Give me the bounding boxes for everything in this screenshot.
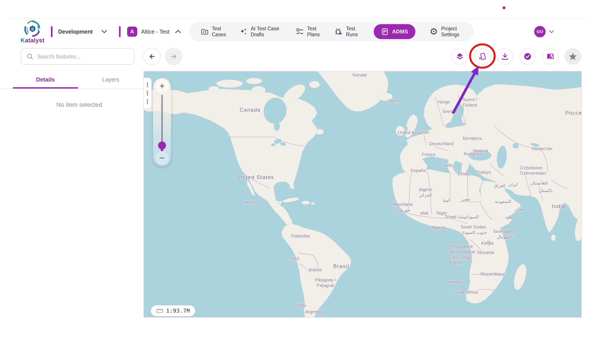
search-input[interactable] xyxy=(37,53,129,60)
download-icon xyxy=(501,52,509,60)
nav-item-test-runs[interactable]: Test Runs xyxy=(335,26,360,38)
gear-icon: ⚙ xyxy=(429,27,438,36)
map-canvas[interactable]: NunaatIslandCanadaNorgeSverigeSuomi / Fi… xyxy=(143,71,582,318)
ruler-icon xyxy=(156,308,163,313)
chevron-down-icon xyxy=(101,29,108,34)
annotation-dot xyxy=(503,6,505,9)
nav-item-adms[interactable]: ADMS xyxy=(374,24,416,39)
bug-play-icon xyxy=(335,28,343,35)
folder-code-icon xyxy=(201,28,209,35)
back-button[interactable] xyxy=(143,48,161,65)
panel-tabs: Details Layers xyxy=(0,71,143,88)
checklist-icon xyxy=(296,28,304,35)
arrow-right-icon xyxy=(170,52,178,60)
layers-button[interactable] xyxy=(452,48,468,64)
database-icon xyxy=(381,28,389,35)
nav-item-project-settings[interactable]: ⚙ Project Settings xyxy=(429,26,462,38)
zoom-in-button[interactable]: + xyxy=(155,79,169,93)
project-accent-bar xyxy=(119,26,120,37)
map-scale-indicator: 1:93.7M xyxy=(151,305,195,316)
validate-button[interactable] xyxy=(519,48,536,64)
env-accent-bar xyxy=(51,26,52,37)
user-avatar: GO xyxy=(534,26,545,37)
zoom-slider-thumb[interactable] xyxy=(158,142,166,149)
nav-item-ai-test-case-drafts[interactable]: AI Test Case Drafts xyxy=(240,26,282,38)
empty-state-text: No item selected xyxy=(0,101,146,108)
katalyst-logo-icon xyxy=(23,20,42,38)
app-header: Katalyst Development A Altice - Test Tes… xyxy=(0,19,595,44)
environment-label: Development xyxy=(58,29,93,35)
download-button[interactable] xyxy=(497,48,513,64)
search-box xyxy=(21,48,135,65)
panel-drag-handle[interactable] xyxy=(143,78,152,109)
details-panel: Details Layers No item selected xyxy=(0,71,143,108)
device-rotation-button[interactable] xyxy=(474,48,490,64)
sparkles-icon xyxy=(240,28,248,35)
zoom-control: + − xyxy=(153,78,171,166)
arrow-left-icon xyxy=(148,52,156,60)
map-book-icon xyxy=(546,52,554,60)
map-scale-value: 1:93.7M xyxy=(166,308,190,314)
katalyst-logo[interactable]: Katalyst xyxy=(20,20,45,44)
star-icon xyxy=(569,52,577,61)
brand-name: Katalyst xyxy=(21,37,44,44)
tab-details[interactable]: Details xyxy=(13,71,78,88)
nav-item-test-plans[interactable]: Test Plans xyxy=(296,26,321,38)
favorites-button[interactable] xyxy=(565,48,581,64)
chevron-up-icon xyxy=(175,29,181,34)
nav-item-test-cases[interactable]: Test Cases xyxy=(201,26,226,38)
project-avatar: A xyxy=(127,27,137,37)
zoom-out-button[interactable]: − xyxy=(155,151,169,165)
primary-nav: Test Cases AI Test Case Drafts Test Plan… xyxy=(189,22,474,41)
project-name: Altice - Test xyxy=(141,29,170,35)
map-toolbar xyxy=(21,47,581,65)
check-circle-icon xyxy=(524,52,531,60)
tab-layers[interactable]: Layers xyxy=(78,71,144,88)
forward-button[interactable] xyxy=(165,48,183,65)
chevron-down-icon xyxy=(549,30,554,34)
device-rotation-icon xyxy=(478,52,487,61)
project-selector[interactable]: A Altice - Test xyxy=(127,27,181,37)
basemap-button[interactable] xyxy=(542,48,558,64)
world-map xyxy=(144,71,581,317)
layers-icon xyxy=(456,52,464,60)
map-actions-cluster xyxy=(452,48,581,64)
tabs-divider xyxy=(0,89,143,89)
user-menu[interactable]: GO xyxy=(534,26,554,37)
environment-selector[interactable]: Development xyxy=(58,29,108,35)
search-icon xyxy=(27,53,33,60)
